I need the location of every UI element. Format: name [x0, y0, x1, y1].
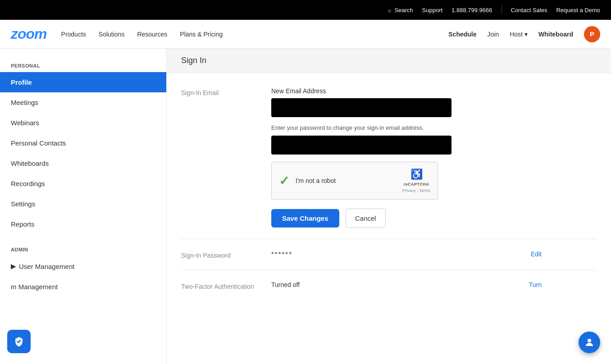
- svg-point-0: [588, 339, 591, 342]
- recaptcha-left: ✓ I'm not a robot: [279, 173, 336, 188]
- two-factor-display-row: Turned off Turn: [271, 281, 542, 288]
- sign-in-email-controls: New Email Address Enter your password to…: [271, 87, 597, 228]
- form-area: Sign-In Email New Email Address Enter yo…: [167, 73, 611, 326]
- sidebar-item-whiteboards[interactable]: Whiteboards: [0, 153, 166, 173]
- nav-schedule[interactable]: Schedule: [448, 31, 476, 38]
- recaptcha-text: I'm not a robot: [296, 177, 336, 184]
- navbar-right: Schedule Join Host ▾ Whiteboard P: [448, 26, 600, 42]
- nav-plans-pricing[interactable]: Plans & Pricing: [180, 31, 223, 38]
- recaptcha-brand: reCAPTCHA: [404, 182, 429, 187]
- nav-join[interactable]: Join: [488, 31, 499, 38]
- support-icon: [584, 337, 595, 348]
- password-hint: Enter your password to change your sign-…: [271, 124, 597, 131]
- edit-password-link[interactable]: Edit: [531, 250, 542, 258]
- form-buttons: Save Changes Cancel: [271, 209, 597, 228]
- topbar: ⌕ Search Support 1.888.799.9666 Contact …: [0, 0, 611, 20]
- password-masked-value: ******: [271, 250, 292, 258]
- support-link[interactable]: Support: [422, 7, 443, 14]
- sign-in-password-label: Sign-In Password: [181, 250, 271, 259]
- host-label: Host: [510, 31, 523, 38]
- contact-sales-link[interactable]: Contact Sales: [511, 7, 547, 14]
- phone-number: 1.888.799.9666: [451, 7, 492, 14]
- two-factor-label: Two-Factor Authentication: [181, 281, 271, 290]
- sidebar-item-reports[interactable]: Reports: [0, 214, 166, 234]
- sidebar: PERSONAL Profile Meetings Webinars Perso…: [0, 49, 167, 364]
- section-header: Sign In: [167, 49, 611, 73]
- sidebar-item-user-management[interactable]: ▶ User Management: [0, 256, 166, 277]
- sign-in-email-row: Sign-In Email New Email Address Enter yo…: [181, 87, 597, 239]
- sign-in-email-label: Sign-In Email: [181, 87, 271, 228]
- user-management-label: User Management: [19, 263, 74, 270]
- search-button[interactable]: ⌕ Search: [388, 7, 413, 14]
- sidebar-item-profile[interactable]: Profile: [0, 72, 166, 92]
- save-changes-button[interactable]: Save Changes: [271, 209, 339, 228]
- recaptcha-right: ♿ reCAPTCHA Privacy - Terms: [402, 168, 430, 193]
- turn-on-link[interactable]: Turn: [529, 281, 542, 288]
- recaptcha-checkmark-icon: ✓: [279, 173, 289, 188]
- sidebar-item-personal-contacts[interactable]: Personal Contacts: [0, 133, 166, 153]
- email-input[interactable]: [271, 98, 451, 117]
- recaptcha-widget[interactable]: ✓ I'm not a robot ♿ reCAPTCHA Privacy - …: [271, 162, 438, 200]
- search-icon: ⌕: [388, 7, 392, 14]
- sidebar-item-webinars[interactable]: Webinars: [0, 113, 166, 133]
- sign-in-password-row: Sign-In Password ****** Edit: [181, 250, 597, 270]
- request-demo-link[interactable]: Request a Demo: [556, 7, 600, 14]
- new-email-label: New Email Address: [271, 87, 597, 95]
- expand-icon: ▶: [11, 262, 16, 270]
- nav-links: Products Solutions Resources Plans & Pri…: [61, 31, 449, 38]
- sidebar-item-recordings[interactable]: Recordings: [0, 173, 166, 194]
- two-factor-row: Two-Factor Authentication Turned off Tur…: [181, 281, 597, 301]
- personal-section-label: PERSONAL: [0, 58, 166, 72]
- nav-host[interactable]: Host ▾: [510, 31, 528, 38]
- nav-whiteboard[interactable]: Whiteboard: [538, 31, 573, 38]
- search-label: Search: [394, 7, 413, 14]
- nav-products[interactable]: Products: [61, 31, 86, 38]
- shield-check-icon: [14, 336, 24, 347]
- recaptcha-links: Privacy - Terms: [402, 188, 430, 193]
- admin-section-label: ADMIN: [0, 241, 166, 256]
- sign-in-password-controls: ****** Edit: [271, 250, 597, 259]
- sidebar-item-m-management[interactable]: m Management: [0, 277, 166, 297]
- divider: [502, 5, 502, 14]
- two-factor-controls: Turned off Turn: [271, 281, 597, 290]
- two-factor-value: Turned off: [271, 281, 300, 288]
- recaptcha-logo-icon: ♿: [410, 168, 423, 180]
- sidebar-item-meetings[interactable]: Meetings: [0, 92, 166, 113]
- zoom-logo[interactable]: zoom: [11, 26, 47, 42]
- support-widget[interactable]: [579, 332, 600, 353]
- nav-resources[interactable]: Resources: [137, 31, 167, 38]
- navbar: zoom Products Solutions Resources Plans …: [0, 20, 611, 49]
- password-input[interactable]: [271, 136, 451, 155]
- sidebar-item-settings[interactable]: Settings: [0, 194, 166, 214]
- user-avatar[interactable]: P: [584, 26, 600, 42]
- nav-solutions[interactable]: Solutions: [99, 31, 125, 38]
- cancel-button[interactable]: Cancel: [346, 209, 386, 228]
- content-area: Sign In Sign-In Email New Email Address …: [167, 49, 611, 364]
- password-display-row: ****** Edit: [271, 250, 542, 258]
- main-container: PERSONAL Profile Meetings Webinars Perso…: [0, 49, 611, 364]
- chevron-down-icon: ▾: [524, 31, 528, 38]
- security-badge[interactable]: [7, 330, 31, 353]
